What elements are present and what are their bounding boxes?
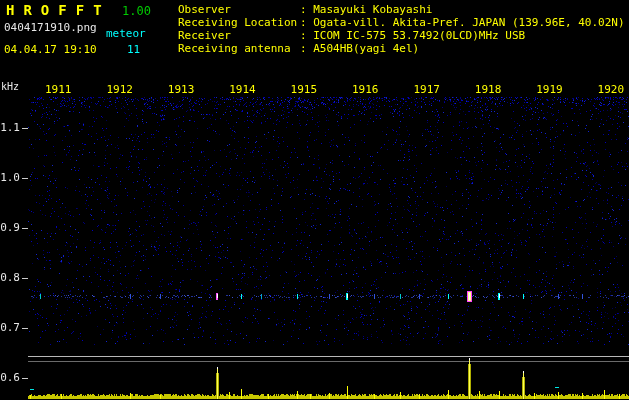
mode-label: meteor [106, 27, 146, 40]
info-row: Observer: Masayuki Kobayashi [178, 3, 625, 16]
time-tick-label: 1914 [229, 83, 256, 96]
time-tick-label: 1912 [106, 83, 133, 96]
hrofft-output-screen: HROFFT 1.00 0404171910.png meteor 04.04.… [0, 0, 629, 400]
info-label: Receiving Location [178, 16, 300, 29]
app-title: HROFFT [6, 2, 111, 18]
freq-tick-label: 1.0 [0, 171, 20, 184]
info-label: Observer [178, 3, 300, 16]
info-row: Receiving Location: Ogata-vill. Akita-Pr… [178, 16, 625, 29]
freq-tick-label: 0.8 [0, 271, 20, 284]
time-tick-label: 1911 [45, 83, 72, 96]
time-tick-label: 1915 [291, 83, 318, 96]
app-version: 1.00 [122, 4, 151, 18]
info-value: : ICOM IC-575 53.7492(0LCD)MHz USB [300, 29, 525, 42]
info-row: Receiver: ICOM IC-575 53.7492(0LCD)MHz U… [178, 29, 625, 42]
info-label: Receiving antenna [178, 42, 300, 55]
freq-tick-label: 0.9 [0, 221, 20, 234]
info-row: Receiving antenna: A504HB(yagi 4el) [178, 42, 625, 55]
info-value: : Masayuki Kobayashi [300, 3, 432, 16]
station-info: Observer: Masayuki KobayashiReceiving Lo… [178, 3, 625, 55]
spectrogram-canvas [0, 0, 629, 400]
datetime-label: 04.04.17 19:10 [4, 43, 97, 56]
time-tick-label: 1918 [475, 83, 502, 96]
info-value: : Ogata-vill. Akita-Pref. JAPAN (139.96E… [300, 16, 625, 29]
time-tick-label: 1913 [168, 83, 195, 96]
freq-tick-label: 0.6 [0, 371, 20, 384]
time-tick-label: 1916 [352, 83, 379, 96]
info-value: : A504HB(yagi 4el) [300, 42, 419, 55]
frequency-unit-label: kHz [1, 81, 19, 92]
freq-tick-label: 1.1 [0, 121, 20, 134]
output-filename: 0404171910.png [4, 21, 97, 34]
time-tick-label: 1919 [536, 83, 563, 96]
info-label: Receiver [178, 29, 300, 42]
freq-tick-label: 0.7 [0, 321, 20, 334]
meteor-count: 11 [127, 43, 140, 56]
time-tick-label: 1920 [598, 83, 625, 96]
time-tick-label: 1917 [413, 83, 440, 96]
